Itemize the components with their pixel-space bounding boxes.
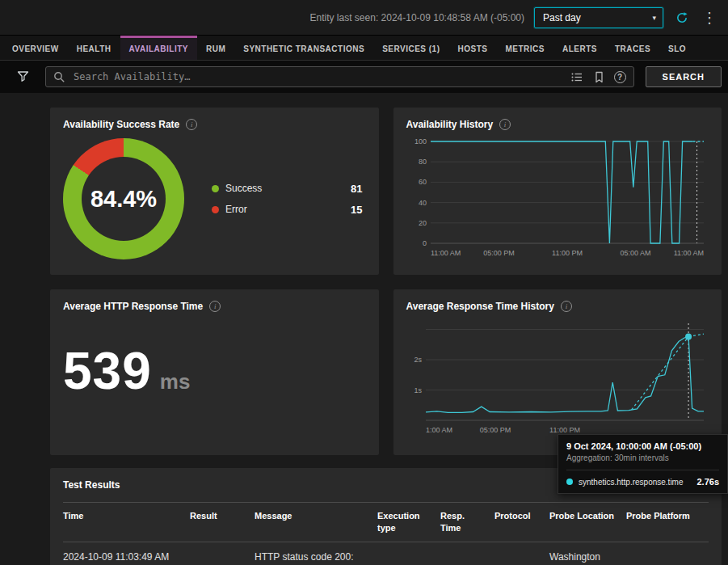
svg-text:20: 20 bbox=[418, 219, 426, 227]
svg-text:100: 100 bbox=[414, 137, 426, 145]
tab-hosts[interactable]: HOSTS bbox=[449, 36, 497, 60]
tooltip-timestamp: 9 Oct 2024, 10:00:00 AM (-05:00) bbox=[566, 441, 719, 451]
svg-text:60: 60 bbox=[418, 178, 426, 186]
avg-response-value: 539 bbox=[63, 341, 152, 401]
cell-time: 2024-10-09 11:03:49 AM bbox=[63, 551, 190, 564]
tab-slo[interactable]: SLO bbox=[659, 36, 695, 60]
search-box[interactable]: ? bbox=[45, 66, 634, 87]
svg-text:11:00 AM: 11:00 AM bbox=[673, 249, 703, 257]
cell-message: HTTP status code 200: bbox=[255, 551, 377, 564]
success-dot bbox=[212, 185, 219, 192]
success-donut: 84.4% bbox=[63, 138, 184, 259]
search-button[interactable]: SEARCH bbox=[646, 66, 722, 87]
filter-icon bbox=[16, 70, 30, 83]
legend-row-success: Success 81 bbox=[212, 183, 363, 195]
kebab-menu-button[interactable]: ⋮ bbox=[701, 9, 718, 27]
availability-success-rate-card: Availability Success Rate i 84.4% Succes… bbox=[50, 108, 379, 275]
column-header-message[interactable]: Message bbox=[255, 503, 377, 542]
test-results-header: Time Result Message Execution type Resp.… bbox=[63, 502, 709, 542]
cards-grid: Availability Success Rate i 84.4% Succes… bbox=[50, 108, 722, 455]
column-header-resp-time[interactable]: Resp. Time bbox=[440, 503, 494, 542]
search-box-icons: ? bbox=[570, 71, 626, 83]
column-header-execution-type[interactable]: Execution type bbox=[377, 503, 440, 542]
legend-label: Success bbox=[225, 183, 344, 194]
tab-traces[interactable]: TRACES bbox=[606, 36, 659, 60]
chart-tooltip: 9 Oct 2024, 10:00:00 AM (-05:00) Aggrega… bbox=[558, 434, 728, 494]
tooltip-metric-value: 2.76s bbox=[696, 477, 719, 487]
column-header-probe-platform[interactable]: Probe Platform bbox=[626, 503, 709, 542]
tab-availability[interactable]: AVAILABILITY bbox=[120, 36, 197, 60]
svg-text:2s: 2s bbox=[414, 356, 422, 364]
response-time-history-chart[interactable]: 1s2s1:00 AM05:00 PM11:00 PM bbox=[406, 317, 709, 440]
svg-text:1:00 AM: 1:00 AM bbox=[426, 426, 452, 434]
card-title: Average Response Time History bbox=[406, 301, 554, 312]
tab-alerts[interactable]: ALERTS bbox=[553, 36, 606, 60]
tab-bar: OVERVIEW HEALTH AVAILABILITY RUM SYNTHET… bbox=[0, 36, 728, 61]
info-icon[interactable]: i bbox=[209, 301, 221, 312]
availability-content: Availability Success Rate i 84.4% Succes… bbox=[0, 93, 728, 565]
entity-last-seen: Entity last seen: 2024-10-09 10:48:58 AM… bbox=[310, 12, 525, 23]
cell-probe-location: Washington bbox=[549, 551, 626, 564]
tab-synthetic-transactions[interactable]: SYNTHETIC TRANSACTIONS bbox=[234, 36, 373, 60]
avg-http-response-time-card: Average HTTP Response Time i 539 ms bbox=[50, 289, 379, 455]
column-header-protocol[interactable]: Protocol bbox=[494, 503, 549, 542]
search-row: ? SEARCH bbox=[0, 61, 728, 93]
success-rate-value: 84.4% bbox=[90, 186, 157, 213]
filter-button[interactable] bbox=[0, 70, 45, 83]
svg-text:80: 80 bbox=[418, 158, 426, 166]
svg-text:05:00 PM: 05:00 PM bbox=[483, 249, 515, 257]
legend-label: Error bbox=[225, 204, 344, 215]
availability-history-card: Availability History i 02040608010011:00… bbox=[393, 108, 722, 275]
card-title: Average HTTP Response Time bbox=[63, 301, 203, 312]
column-header-probe-location[interactable]: Probe Location bbox=[549, 503, 626, 542]
search-input[interactable] bbox=[72, 70, 564, 83]
help-icon[interactable]: ? bbox=[614, 71, 626, 83]
info-icon[interactable]: i bbox=[561, 301, 572, 312]
info-icon[interactable]: i bbox=[499, 119, 511, 130]
svg-text:40: 40 bbox=[418, 199, 426, 207]
svg-text:0: 0 bbox=[422, 239, 426, 247]
reset-timeframe-button[interactable] bbox=[673, 9, 691, 27]
error-dot bbox=[212, 206, 219, 213]
tab-health[interactable]: HEALTH bbox=[68, 36, 120, 60]
search-icon bbox=[53, 71, 65, 83]
timeframe-select[interactable]: Past day bbox=[534, 7, 663, 28]
top-bar: Entity last seen: 2024-10-09 10:48:58 AM… bbox=[0, 0, 728, 36]
tooltip-metric-name: synthetics.http.response.time bbox=[579, 478, 691, 487]
list-view-icon[interactable] bbox=[570, 71, 583, 83]
tab-overview[interactable]: OVERVIEW bbox=[3, 36, 68, 60]
card-title: Availability Success Rate bbox=[63, 119, 179, 130]
svg-text:11:00 PM: 11:00 PM bbox=[552, 249, 583, 257]
legend-row-error: Error 15 bbox=[212, 204, 363, 216]
legend-value: 15 bbox=[351, 204, 362, 216]
svg-text:05:00 PM: 05:00 PM bbox=[479, 426, 511, 434]
tab-metrics[interactable]: METRICS bbox=[496, 36, 553, 60]
tab-rum[interactable]: RUM bbox=[197, 36, 234, 60]
kebab-icon: ⋮ bbox=[702, 11, 717, 25]
tooltip-aggregation: Aggregation: 30min intervals bbox=[566, 453, 719, 462]
history-refresh-icon bbox=[675, 11, 689, 25]
svg-text:11:00 AM: 11:00 AM bbox=[431, 249, 461, 257]
donut-hole: 84.4% bbox=[82, 157, 166, 241]
column-header-time[interactable]: Time bbox=[63, 503, 190, 542]
donut-legend: Success 81 Error 15 bbox=[212, 183, 366, 216]
svg-text:05:00 AM: 05:00 AM bbox=[620, 249, 650, 257]
timeframe-select-wrap: Past day ▾ bbox=[534, 7, 663, 28]
avg-response-unit: ms bbox=[160, 369, 191, 394]
info-icon[interactable]: i bbox=[186, 119, 197, 130]
table-row[interactable]: 2024-10-09 11:03:49 AM HTTP status code … bbox=[63, 542, 709, 564]
column-header-result[interactable]: Result bbox=[190, 503, 255, 542]
availability-history-chart[interactable]: 02040608010011:00 AM05:00 PM11:00 PM05:0… bbox=[406, 135, 709, 263]
avg-response-time-history-card: Average Response Time History i 1s2s1:00… bbox=[393, 289, 722, 455]
svg-text:1s: 1s bbox=[414, 386, 422, 394]
bookmark-icon[interactable] bbox=[592, 71, 605, 83]
card-title: Availability History bbox=[406, 119, 494, 130]
svg-text:11:00 PM: 11:00 PM bbox=[549, 426, 580, 434]
tab-services[interactable]: SERVICES (1) bbox=[373, 36, 448, 60]
legend-value: 81 bbox=[351, 183, 362, 195]
tooltip-metric-row: synthetics.http.response.time 2.76s bbox=[566, 470, 719, 487]
metric-dot bbox=[566, 479, 573, 485]
